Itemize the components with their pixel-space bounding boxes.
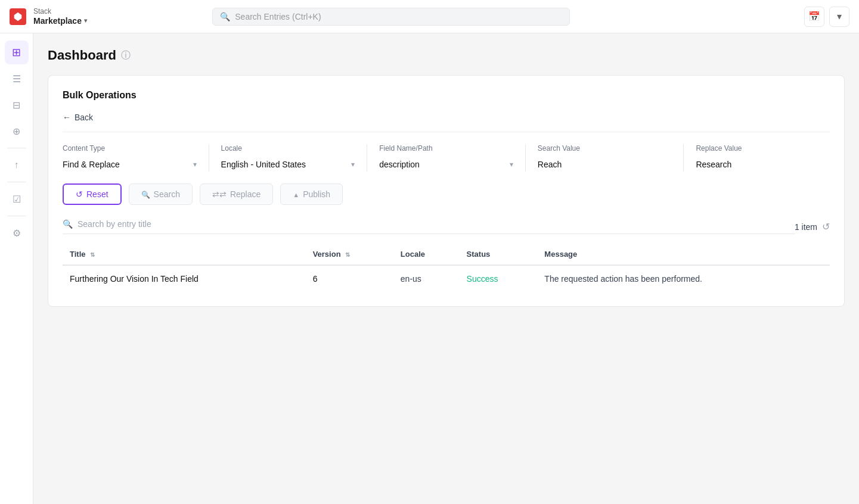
search-button[interactable]: Search: [129, 183, 193, 205]
list-icon: ☰: [13, 73, 21, 85]
locale-value: English - United States: [221, 160, 306, 169]
sidebar-item-upload[interactable]: ↑: [5, 153, 29, 177]
table-head: Title ⇅ Version ⇅ Locale Status: [63, 244, 830, 265]
search-placeholder: Search Entries (Ctrl+K): [235, 12, 321, 21]
chevron-down-icon: ▾: [84, 17, 87, 24]
table-row: Furthering Our Vision In Tech Field 6 en…: [63, 265, 830, 292]
search-value-input[interactable]: [538, 157, 672, 172]
page-title-row: Dashboard ⓘ: [48, 48, 845, 63]
cell-version: 6: [306, 265, 393, 292]
col-message: Message: [537, 244, 830, 265]
count-text: 1 item: [795, 222, 817, 232]
table-body: Furthering Our Vision In Tech Field 6 en…: [63, 265, 830, 292]
stack-info: Stack Marketplace ▾: [33, 7, 87, 25]
settings-icon: ⚙: [13, 228, 21, 239]
calendar-icon-btn[interactable]: 📅: [804, 7, 824, 27]
table-header: 🔍 Search by entry title 1 item ↺: [63, 219, 830, 234]
entry-search[interactable]: 🔍 Search by entry title: [63, 219, 795, 234]
page-title: Dashboard: [48, 48, 116, 63]
sidebar-item-dashboard[interactable]: ⊞: [5, 41, 29, 64]
form-row: Content Type Find & Replace ▾ Locale Eng…: [63, 144, 830, 172]
field-name-chevron-icon: ▾: [510, 160, 513, 169]
dropdown-btn[interactable]: ▾: [829, 7, 849, 27]
search-value-label: Search Value: [538, 144, 672, 153]
col-status: Status: [460, 244, 538, 265]
sidebar-item-layout[interactable]: ⊟: [5, 93, 29, 117]
app-logo[interactable]: [10, 8, 26, 25]
col-locale: Locale: [393, 244, 460, 265]
replace-icon: ⇄: [212, 189, 227, 199]
upload-icon: ↑: [14, 160, 19, 170]
layout-icon: ⊟: [13, 99, 20, 111]
back-arrow-icon: ←: [63, 113, 71, 122]
field-name-label: Field Name/Path: [379, 144, 513, 153]
bulk-operations-card: Bulk Operations ← Back Content Type Find…: [48, 75, 845, 307]
layers-icon: ⊕: [13, 126, 20, 137]
sidebar-item-layers[interactable]: ⊕: [5, 119, 29, 143]
table-count: 1 item ↺: [795, 221, 830, 232]
main-content: Dashboard ⓘ Bulk Operations ← Back Conte…: [33, 33, 859, 504]
cell-locale: en-us: [393, 265, 460, 292]
field-name-select[interactable]: description ▾: [379, 157, 513, 172]
version-sort-icon[interactable]: ⇅: [345, 251, 350, 258]
reset-icon: [76, 189, 83, 199]
actions-row: Reset Search ⇄ Replace Publish: [63, 183, 830, 205]
locale-field: Locale English - United States ▾: [221, 144, 368, 172]
sidebar-divider-2: [7, 182, 26, 182]
reset-label: Reset: [86, 189, 108, 199]
entry-search-placeholder: Search by entry title: [77, 219, 151, 229]
task-icon: ☑: [13, 194, 21, 205]
locale-select[interactable]: English - United States ▾: [221, 157, 355, 172]
sidebar: ⊞ ☰ ⊟ ⊕ ↑ ☑ ⚙: [0, 33, 33, 504]
sidebar-item-settings[interactable]: ⚙: [5, 221, 29, 245]
content-type-select[interactable]: Find & Replace ▾: [63, 157, 197, 172]
sidebar-item-list[interactable]: ☰: [5, 67, 29, 91]
back-button[interactable]: ← Back: [63, 113, 830, 132]
back-label: Back: [75, 113, 93, 122]
sidebar-item-task[interactable]: ☑: [5, 187, 29, 211]
title-sort-icon[interactable]: ⇅: [90, 251, 95, 258]
publish-icon: [293, 189, 299, 199]
replace-value-label: Replace Value: [696, 144, 830, 153]
locale-chevron-icon: ▾: [351, 160, 355, 169]
search-value-field: Search Value: [538, 144, 684, 172]
content-type-value: Find & Replace: [63, 160, 120, 169]
dashboard-icon: ⊞: [12, 46, 21, 59]
content-type-field: Content Type Find & Replace ▾: [63, 144, 209, 172]
search-label: Search: [154, 189, 180, 199]
stack-label: Stack: [33, 7, 87, 15]
topbar: Stack Marketplace ▾ 🔍 Search Entries (Ct…: [0, 0, 859, 33]
cell-message: The requested action has been performed.: [537, 265, 830, 292]
replace-value-field: Replace Value: [696, 144, 830, 172]
reset-button[interactable]: Reset: [63, 183, 122, 205]
sidebar-divider-3: [7, 216, 26, 216]
search-icon: [141, 189, 150, 199]
publish-label: Publish: [303, 189, 330, 199]
card-title: Bulk Operations: [63, 90, 830, 101]
col-title: Title ⇅: [63, 244, 306, 265]
help-icon[interactable]: ⓘ: [121, 49, 131, 62]
col-version: Version ⇅: [306, 244, 393, 265]
replace-button[interactable]: ⇄ Replace: [200, 183, 273, 205]
publish-button[interactable]: Publish: [280, 183, 343, 205]
locale-label: Locale: [221, 144, 355, 153]
topbar-actions: 📅 ▾: [804, 7, 849, 27]
content-type-chevron-icon: ▾: [193, 160, 197, 169]
marketplace-dropdown[interactable]: Marketplace ▾: [33, 16, 87, 26]
cell-status: Success: [460, 265, 538, 292]
refresh-icon[interactable]: ↺: [822, 221, 830, 232]
global-search[interactable]: 🔍 Search Entries (Ctrl+K): [212, 8, 570, 26]
content-type-label: Content Type: [63, 144, 197, 153]
field-name-value: description: [379, 160, 420, 169]
search-icon: 🔍: [220, 12, 230, 21]
sidebar-divider-1: [7, 148, 26, 148]
replace-value-input[interactable]: [696, 157, 830, 172]
cell-title: Furthering Our Vision In Tech Field: [63, 265, 306, 292]
replace-label: Replace: [230, 189, 261, 199]
results-table: Title ⇅ Version ⇅ Locale Status: [63, 244, 830, 292]
layout: ⊞ ☰ ⊟ ⊕ ↑ ☑ ⚙ Dashboard ⓘ Bulk: [0, 33, 859, 504]
entry-search-icon: 🔍: [63, 219, 73, 229]
field-name-field: Field Name/Path description ▾: [379, 144, 526, 172]
